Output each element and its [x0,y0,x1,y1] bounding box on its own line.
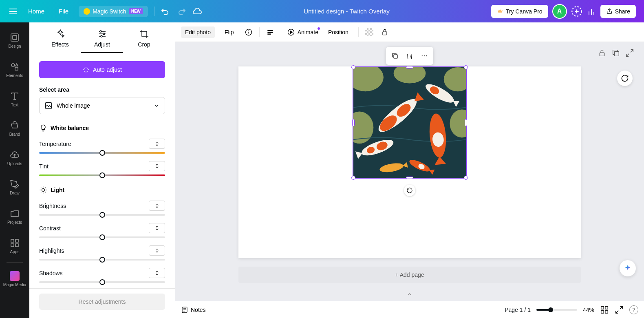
transparency-icon[interactable] [364,27,374,37]
grid-view-icon[interactable] [600,305,609,314]
menu-icon[interactable] [8,7,18,16]
magic-switch-button[interactable]: Magic Switch NEW [79,6,148,17]
sidebar-item-brand[interactable]: Brand [0,114,29,143]
auto-adjust-button[interactable]: Auto-adjust [39,61,165,78]
reset-adjustments-button[interactable]: Reset adjustments [39,294,165,310]
add-member-icon[interactable] [571,6,582,17]
sidebar-item-text[interactable]: Text [0,84,29,114]
document-title[interactable]: Untitled design - Twitch Overlay [304,8,390,15]
sidebar-item-uploads[interactable]: Uploads [0,143,29,172]
resize-handle-tl[interactable] [351,65,355,69]
collapse-handle[interactable] [401,291,418,298]
slider-thumb[interactable] [99,257,105,263]
canvas-page[interactable] [238,66,581,258]
duplicate-icon[interactable] [388,49,401,62]
section-title: White balance [51,125,89,131]
more-icon[interactable] [418,49,431,62]
highlights-input[interactable] [149,245,165,256]
effects-icon [55,29,65,39]
position-button[interactable]: Position [324,26,353,38]
duplicate-page-icon[interactable] [611,49,620,57]
redo-icon[interactable] [176,7,186,16]
rotate-handle[interactable] [404,185,415,196]
sidebar-item-projects[interactable]: Projects [0,202,29,231]
image-selection[interactable] [353,66,467,179]
sidebar-item-elements[interactable]: Elements [0,55,29,84]
contrast-slider[interactable] [39,236,165,238]
slider-thumb[interactable] [99,234,105,240]
share-button[interactable]: Share [600,5,636,18]
file-menu[interactable]: File [55,5,73,17]
adjust-icon [97,29,107,39]
svg-point-25 [100,31,101,32]
svg-line-80 [620,306,622,309]
temperature-input[interactable] [149,139,165,149]
slider-thumb[interactable] [99,150,105,156]
sidebar-item-apps[interactable]: Apps [0,231,29,261]
cloud-sync-icon[interactable] [192,7,202,16]
sidebar-item-design[interactable]: Design [0,26,29,55]
share-label: Share [615,8,630,15]
edit-photo-button[interactable]: Edit photo [181,26,215,38]
zoom-label[interactable]: 44% [583,307,594,313]
magic-switch-icon [84,8,90,15]
select-area-dropdown[interactable]: Whole image [39,97,165,114]
fullscreen-icon[interactable] [615,305,624,314]
tab-crop[interactable]: Crop [123,29,165,53]
tint-input[interactable] [149,161,165,171]
floating-toolbar [386,47,433,65]
canvas-area[interactable]: + Add page [175,42,644,301]
regenerate-fab[interactable] [617,71,633,86]
resize-handle-tr[interactable] [464,65,468,69]
magic-switch-label: Magic Switch [93,8,126,15]
notes-button[interactable]: Notes [181,306,206,314]
lock-icon[interactable] [380,27,390,37]
expand-page-icon[interactable] [625,49,634,57]
brightness-input[interactable] [149,201,165,211]
slider-thumb[interactable] [99,212,105,218]
koi-image[interactable] [353,67,466,178]
try-canva-pro-button[interactable]: Try Canva Pro [491,5,548,18]
info-icon[interactable] [244,27,254,37]
slider-thumb[interactable] [99,279,105,285]
svg-point-26 [103,33,105,35]
delete-icon[interactable] [403,49,416,62]
svg-point-50 [422,55,423,56]
animate-button[interactable]: Animate [287,28,318,36]
contrast-input[interactable] [149,223,165,233]
resize-handle-br[interactable] [464,176,468,180]
home-link[interactable]: Home [24,5,49,17]
panel-scroll[interactable]: Auto-adjust Select area Whole image Whit… [29,53,175,288]
slider-thumb[interactable] [99,172,105,178]
tab-adjust[interactable]: Adjust [81,29,123,53]
elements-icon [10,62,20,72]
assistant-fab[interactable] [620,260,636,276]
shadows-slider[interactable] [39,281,165,283]
insights-icon[interactable] [587,7,596,16]
sidebar-item-magic-media[interactable]: Magic Media [0,264,29,294]
tab-effects[interactable]: Effects [39,29,81,53]
resize-edge-left[interactable] [352,119,355,126]
help-button[interactable]: ? [629,305,638,314]
resize-edge-right[interactable] [465,119,467,126]
tint-label: Tint [39,163,49,170]
resize-edge-top[interactable] [406,66,413,68]
resize-edge-bottom[interactable] [406,177,413,179]
tint-slider[interactable] [39,174,165,176]
flip-button[interactable]: Flip [221,26,238,38]
zoom-slider[interactable] [536,309,577,311]
undo-icon[interactable] [161,7,170,16]
style-icon[interactable] [265,27,275,37]
brightness-slider[interactable] [39,214,165,216]
svg-rect-41 [267,30,273,31]
shadows-input[interactable] [149,268,165,278]
highlights-slider[interactable] [39,259,165,261]
tab-label: Adjust [94,41,110,48]
avatar[interactable]: A [552,4,567,19]
sidebar-item-draw[interactable]: Draw [0,172,29,202]
lock-page-icon[interactable] [598,49,607,57]
zoom-slider-thumb[interactable] [548,307,553,312]
resize-handle-bl[interactable] [351,176,355,180]
temperature-slider[interactable] [39,152,165,154]
add-page-button[interactable]: + Add page [238,267,581,283]
